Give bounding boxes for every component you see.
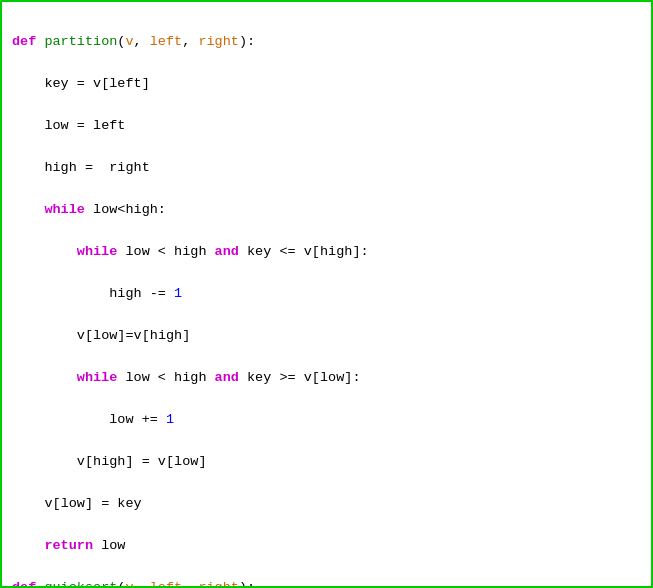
code-content[interactable]: def partition(v, left, right): key = v[l… bbox=[2, 2, 651, 588]
code-editor: def partition(v, left, right): key = v[l… bbox=[0, 0, 653, 588]
